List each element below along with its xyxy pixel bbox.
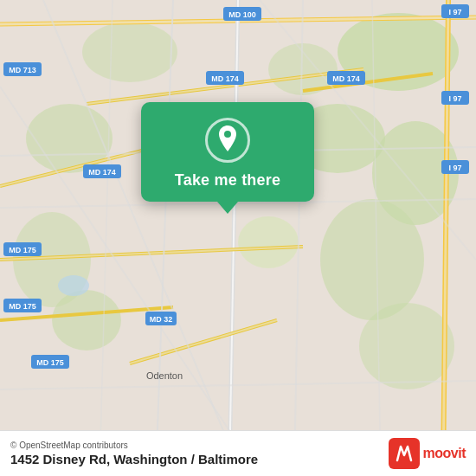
- map-container: MD 100 I 97 MD 713 MD 174 MD 174 I 97 I …: [0, 0, 476, 476]
- svg-text:MD 174: MD 174: [332, 74, 360, 83]
- svg-text:MD 175: MD 175: [9, 246, 36, 254]
- svg-text:MD 175: MD 175: [36, 358, 64, 367]
- popup-card[interactable]: Take me there: [141, 102, 314, 202]
- svg-point-64: [224, 131, 231, 138]
- svg-point-10: [238, 216, 299, 268]
- bottom-bar: © OpenStreetMap contributors 1452 Disney…: [0, 430, 476, 476]
- moovit-brand-icon: [389, 438, 420, 469]
- moovit-logo: moovit: [389, 438, 466, 469]
- bottom-left: © OpenStreetMap contributors 1452 Disney…: [10, 441, 258, 466]
- svg-text:I 97: I 97: [448, 8, 461, 16]
- svg-point-11: [359, 303, 454, 389]
- svg-text:MD 713: MD 713: [9, 66, 36, 74]
- svg-text:MD 32: MD 32: [150, 315, 173, 324]
- map-background: MD 100 I 97 MD 713 MD 174 MD 174 I 97 I …: [0, 0, 476, 476]
- svg-text:MD 100: MD 100: [228, 10, 256, 19]
- moovit-brand-text: moovit: [423, 446, 466, 461]
- svg-point-4: [320, 199, 424, 320]
- svg-text:MD 174: MD 174: [88, 168, 116, 177]
- address-text: 1452 Disney Rd, Washington / Baltimore: [10, 452, 258, 466]
- location-pin-icon: [215, 125, 240, 155]
- svg-text:I 97: I 97: [448, 164, 461, 172]
- svg-text:MD 175: MD 175: [9, 302, 36, 311]
- svg-text:MD 174: MD 174: [211, 74, 239, 83]
- attribution-text: © OpenStreetMap contributors: [10, 441, 258, 450]
- svg-point-12: [58, 275, 89, 296]
- location-icon-circle: [205, 118, 250, 163]
- svg-text:I 97: I 97: [448, 94, 461, 103]
- svg-text:Odenton: Odenton: [146, 370, 183, 381]
- popup-label: Take me there: [175, 171, 280, 190]
- svg-point-7: [52, 290, 121, 351]
- svg-point-9: [82, 22, 177, 82]
